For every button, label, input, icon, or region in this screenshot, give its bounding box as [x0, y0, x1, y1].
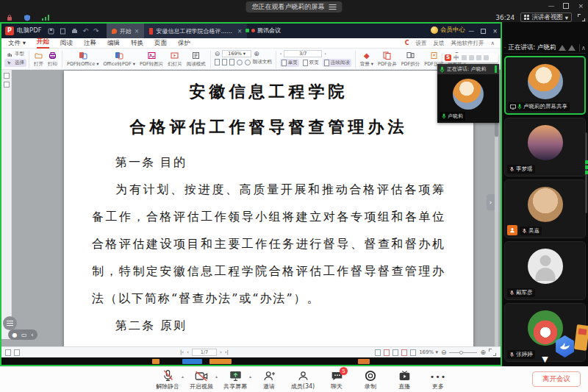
double-view-icon[interactable] — [392, 349, 398, 356]
zoom-slider[interactable] — [449, 352, 477, 353]
taskbar-app-icon[interactable] — [182, 359, 202, 364]
view-toggle-icon[interactable] — [559, 45, 566, 51]
tab-close-icon[interactable]: × — [237, 28, 243, 35]
members-button[interactable]: 成员(34) — [286, 369, 320, 391]
menu-home[interactable]: 开始 — [37, 38, 49, 49]
pdf-minimize-button[interactable]: — — [468, 28, 474, 35]
print-button[interactable]: 打印 — [46, 50, 60, 68]
next-page-button[interactable]: › — [220, 349, 222, 355]
next-page-button[interactable]: › — [324, 51, 326, 57]
double-page-button[interactable]: 双页 — [301, 59, 320, 67]
office-to-pdf-button[interactable]: Office转PDF ▾ — [101, 50, 137, 68]
pdf-to-office-button[interactable]: PDF转Office ▾ — [65, 50, 101, 68]
menu-edit[interactable]: 编辑 — [107, 39, 120, 48]
bookmark-panel-icon[interactable] — [4, 82, 10, 88]
caret-up-icon[interactable]: ▴ — [182, 374, 184, 379]
fit-width-icon[interactable] — [222, 59, 227, 65]
record-button[interactable]: 录制 — [354, 369, 387, 391]
menu-convert[interactable]: 转换 — [131, 39, 143, 48]
layers-panel-icon[interactable] — [14, 349, 20, 356]
first-page-button[interactable]: |‹ — [180, 349, 184, 355]
undo-icon[interactable]: ↶ — [83, 27, 89, 35]
unmute-button[interactable]: 解除静音 ▴ — [151, 369, 184, 391]
thumbnail-panel-icon[interactable] — [4, 73, 10, 79]
panel-collapse-handle[interactable]: › — [487, 194, 495, 210]
keyboard-icon[interactable] — [462, 55, 467, 60]
view-mode-button[interactable]: 演讲者视图 ▾ — [520, 13, 572, 22]
menu-feedback[interactable]: 反馈 — [434, 40, 445, 47]
fit-view-icon[interactable] — [410, 349, 416, 356]
single-page-view-icon[interactable] — [375, 349, 381, 356]
participant-tile[interactable]: 卢晓莉的屏幕共享 — [504, 56, 586, 115]
minimize-button[interactable]: — — [548, 2, 554, 10]
tab-document[interactable]: 安徽信息工程学院合格评...导督查管理办法.pdf × — [144, 24, 247, 38]
page-panel-icon[interactable] — [5, 349, 11, 356]
ribbon-collapse-icon[interactable]: ∧ — [491, 40, 495, 46]
select-tool-button[interactable]: 选择 — [4, 59, 26, 67]
folder-app-icon[interactable] — [574, 324, 588, 351]
fit-page-icon[interactable] — [215, 59, 220, 65]
participant-tile[interactable]: 吴嘉 — [504, 179, 586, 238]
caret-up-icon[interactable]: ▴ — [215, 374, 218, 379]
book-view-icon[interactable] — [401, 349, 407, 356]
menu-open-with[interactable]: 其他软件打开 — [451, 40, 484, 47]
tab-close-icon[interactable]: × — [135, 28, 140, 35]
floating-nav-widget[interactable]: ●▭‹ — [8, 329, 37, 340]
member-center-button[interactable]: 会员中心 — [431, 26, 465, 35]
start-video-button[interactable]: 开启视频 ▴ — [184, 369, 218, 391]
rotate-right-icon[interactable] — [245, 60, 251, 65]
menu-settings[interactable]: 设置 — [416, 40, 427, 47]
menu-page[interactable]: 页面 — [154, 39, 167, 48]
menu-annotate[interactable]: 注释 — [84, 39, 96, 48]
continuous-view-icon[interactable] — [384, 349, 390, 356]
zoom-out-button[interactable]: ⊖ — [441, 349, 447, 356]
actual-size-icon[interactable] — [229, 59, 234, 65]
continuous-button[interactable]: 连续阅读 — [323, 59, 351, 67]
pdf-split-button[interactable]: PDF拆分 — [399, 50, 423, 68]
sidebar-collapse-icon[interactable]: ∧ — [581, 44, 586, 51]
tab-home[interactable]: 开始 × — [107, 24, 145, 38]
pdf-to-image-button[interactable]: PDF转图片 — [137, 50, 165, 68]
promo-icon[interactable]: C — [405, 40, 409, 46]
mic-input-icon[interactable] — [469, 55, 474, 60]
redo-icon[interactable]: ↷ — [93, 27, 99, 35]
slides-button[interactable]: 幻灯片 — [165, 50, 184, 68]
open-button[interactable]: 打开 — [32, 50, 46, 68]
menu-read[interactable]: 阅读 — [60, 39, 73, 48]
invite-button[interactable]: 邀请 — [252, 369, 286, 391]
print-icon[interactable] — [71, 28, 78, 35]
zoom-in-button[interactable]: ⊕ — [254, 50, 259, 57]
caret-up-icon[interactable]: ▴ — [249, 374, 251, 379]
zoom-in-button[interactable]: ⊕ — [480, 349, 486, 356]
save-icon[interactable] — [48, 28, 54, 35]
prev-page-button[interactable]: ‹ — [280, 51, 282, 57]
new-file-icon[interactable] — [60, 28, 66, 35]
bird-app-icon[interactable] — [555, 335, 575, 357]
leave-meeting-button[interactable]: 离开会议 — [532, 371, 581, 387]
live-button[interactable]: 直播 — [387, 369, 421, 391]
page-indicator-field[interactable]: 3/7 — [284, 50, 322, 57]
zoom-out-button[interactable]: ⊖ — [215, 50, 220, 57]
hand-tool-button[interactable]: 手型 — [4, 50, 26, 58]
menu-file[interactable]: 文件 ▾ — [8, 39, 26, 48]
fullscreen-icon[interactable] — [578, 14, 585, 21]
sidebar-hide-arrow[interactable]: ▼ — [542, 354, 548, 364]
document-viewport[interactable]: 安徽信息工程学院 合格评估工作督导督查管理办法 第一条 目的 为有计划、按进度、… — [12, 70, 501, 346]
participant-tile[interactable]: 李梦瑶 — [504, 118, 586, 177]
prev-page-button[interactable]: ‹ — [187, 349, 189, 355]
zoom-level-field[interactable]: 169%▾ — [222, 50, 251, 57]
taskbar-app-icon[interactable] — [358, 359, 370, 364]
maximize-button[interactable] — [563, 3, 569, 9]
read-mode-button[interactable]: 阅读模式 — [184, 50, 208, 68]
banner-menu-icon[interactable] — [329, 3, 337, 11]
read-aloud-button[interactable]: 朗读文档 — [253, 59, 272, 65]
menu-protect[interactable]: 保护 — [178, 39, 190, 48]
more-button[interactable]: ••• 更多 — [421, 369, 455, 391]
toolbox-icon[interactable] — [476, 55, 481, 60]
rotate-left-icon[interactable] — [237, 60, 243, 65]
background-button[interactable]: ◆背景 ▾ — [358, 50, 376, 68]
participant-tile[interactable]: 戴军彦 — [504, 241, 586, 300]
share-screen-button[interactable]: 共享屏幕 ▴ — [218, 369, 252, 391]
floating-speaker-video[interactable]: 正在讲话: 卢晓莉 卢晓莉 — [437, 64, 499, 123]
chat-button[interactable]: 聊天 5 — [320, 369, 354, 391]
